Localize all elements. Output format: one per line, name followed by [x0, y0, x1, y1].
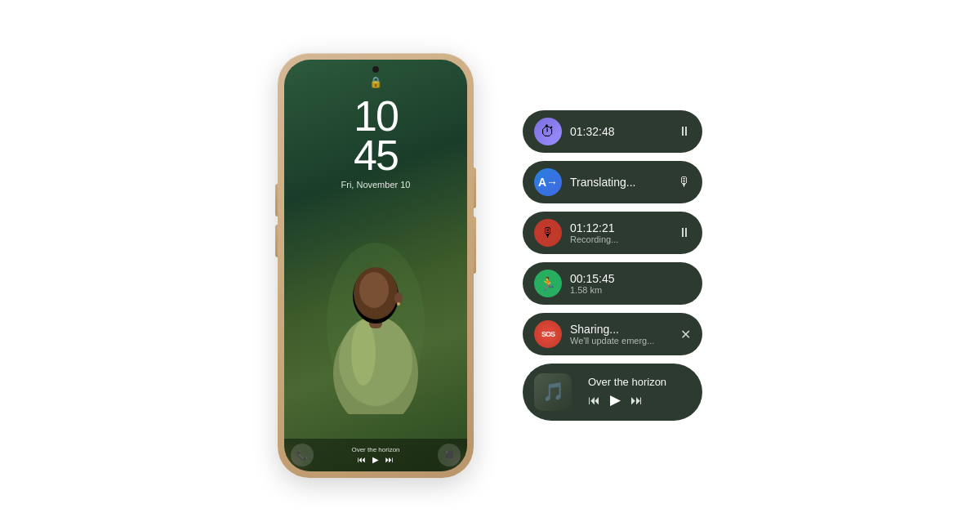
translate-pill[interactable]: A→ Translating... 🎙: [523, 161, 702, 203]
svg-point-3: [351, 320, 376, 386]
timer-content: 01:32:48: [570, 125, 666, 138]
power-button: [474, 167, 476, 208]
translate-mic-button[interactable]: 🎙: [678, 175, 691, 190]
running-distance: 1.58 km: [570, 285, 691, 295]
volume-down-button: [275, 225, 278, 257]
svg-point-9: [397, 302, 400, 306]
running-pill[interactable]: 🏃 00:15:45 1.58 km: [523, 262, 702, 305]
person-area: [284, 190, 467, 439]
bottom-music-title: Over the horizon: [351, 446, 399, 453]
music-album-art: 🎵: [534, 373, 572, 411]
running-time: 00:15:45: [570, 272, 691, 285]
music-title: Over the horizon: [588, 376, 691, 388]
svg-point-7: [359, 272, 389, 308]
sos-close-button[interactable]: ✕: [680, 327, 691, 342]
translate-content: Translating...: [570, 176, 666, 189]
camera-dot: [372, 66, 379, 73]
bixby-button: [474, 216, 476, 274]
phone-device: 🔒 10 45 Fri, November 10: [278, 53, 474, 478]
play-icon[interactable]: ▶: [372, 455, 379, 464]
running-content: 00:15:45 1.58 km: [570, 272, 691, 295]
music-play-button[interactable]: ▶: [610, 391, 621, 408]
music-rewind-button[interactable]: ⏮: [588, 393, 600, 407]
rewind-icon[interactable]: ⏮: [358, 455, 366, 464]
phone-clock: 10 45 Fri, November 10: [284, 95, 467, 190]
phone-call-icon: 📞: [296, 450, 308, 461]
timer-pill[interactable]: ⏱ 01:32:48 ⏸: [523, 110, 702, 153]
phone-bottom-bar: 📞 Over the horizon ⏮ ▶ ⏭ ⬛: [284, 439, 467, 471]
sos-status: Sharing...: [570, 323, 669, 336]
recording-content: 01:12:21 Recording...: [570, 221, 666, 244]
recording-time: 01:12:21: [570, 221, 666, 234]
pills-panel: ⏱ 01:32:48 ⏸ A→ Translating... 🎙 🎙 01:12…: [523, 110, 702, 421]
lock-icon: 🔒: [369, 76, 382, 88]
music-controls[interactable]: ⏮ ▶ ⏭: [588, 391, 691, 408]
main-container: 🔒 10 45 Fri, November 10: [261, 37, 719, 494]
phone-body: 🔒 10 45 Fri, November 10: [278, 53, 474, 478]
phone-screen: 🔒 10 45 Fri, November 10: [284, 60, 467, 471]
clock-minute: 45: [354, 134, 398, 176]
translate-text: Translating...: [570, 176, 666, 189]
forward-icon[interactable]: ⏭: [385, 455, 394, 464]
sos-icon: SOS: [534, 320, 562, 348]
recording-icon: 🎙: [534, 219, 562, 247]
sos-detail: We'll update emerg...: [570, 336, 669, 346]
svg-point-2: [339, 316, 412, 406]
person-silhouette: [323, 234, 429, 414]
recording-pause-button[interactable]: ⏸: [678, 225, 691, 240]
sos-pill[interactable]: SOS Sharing... We'll update emerg... ✕: [523, 313, 702, 355]
camera-icon: ⬛: [445, 451, 454, 459]
lock-icon-area: 🔒: [284, 76, 467, 88]
svg-point-8: [394, 292, 403, 304]
recording-label: Recording...: [570, 234, 666, 244]
music-content: Over the horizon ⏮ ▶ ⏭: [588, 376, 691, 408]
timer-pause-button[interactable]: ⏸: [678, 124, 691, 139]
timer-icon: ⏱: [534, 118, 562, 145]
volume-up-button: [275, 184, 278, 216]
bottom-music-controls[interactable]: ⏮ ▶ ⏭: [358, 455, 394, 464]
timer-time: 01:32:48: [570, 125, 666, 138]
bottom-music-widget: Over the horizon ⏮ ▶ ⏭: [314, 446, 438, 464]
clock-date: Fri, November 10: [341, 180, 411, 190]
phone-call-button[interactable]: 📞: [291, 444, 314, 466]
sos-content: Sharing... We'll update emerg...: [570, 323, 669, 346]
recording-pill[interactable]: 🎙 01:12:21 Recording... ⏸: [523, 212, 702, 254]
music-pill[interactable]: 🎵 Over the horizon ⏮ ▶ ⏭: [523, 364, 702, 421]
camera-button[interactable]: ⬛: [438, 444, 461, 466]
phone-notch: [284, 60, 467, 73]
running-icon: 🏃: [534, 270, 562, 297]
translate-icon: A→: [534, 168, 562, 196]
music-forward-button[interactable]: ⏭: [630, 393, 643, 407]
